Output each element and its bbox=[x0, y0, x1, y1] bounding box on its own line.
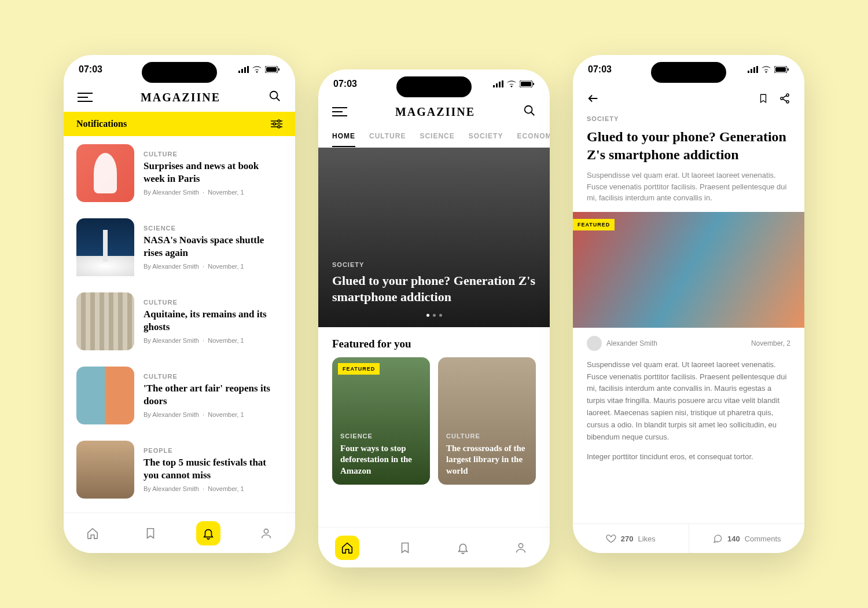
signal-icon bbox=[748, 66, 758, 73]
status-icons bbox=[748, 66, 789, 73]
article-date: November, 2 bbox=[751, 339, 790, 347]
svg-point-12 bbox=[273, 123, 275, 125]
carousel-dots[interactable] bbox=[332, 314, 536, 317]
featured-card[interactable]: FEATURED SCIENCE Four ways to stop defor… bbox=[332, 357, 430, 485]
article-paragraph: Integer porttitor tincidunt eros, et con… bbox=[573, 451, 804, 471]
tab-economy[interactable]: ECONOMY bbox=[517, 126, 550, 147]
svg-rect-22 bbox=[533, 83, 534, 85]
svg-rect-1 bbox=[241, 69, 243, 73]
notification-item[interactable]: CULTURE Surprises and news at book week … bbox=[64, 136, 295, 210]
svg-line-24 bbox=[531, 112, 535, 116]
brand-logo[interactable]: MAGAZIINE bbox=[141, 91, 220, 104]
article-image: FEATURED bbox=[573, 212, 804, 328]
nav-home[interactable] bbox=[80, 521, 105, 545]
tab-society[interactable]: SOCIETY bbox=[469, 126, 503, 147]
share-icon[interactable] bbox=[779, 92, 790, 105]
notification-title: 'The other art fair' reopens its doors bbox=[144, 382, 282, 408]
svg-rect-21 bbox=[521, 82, 531, 86]
article-lead: Suspendisse vel quam erat. Ut laoreet la… bbox=[573, 170, 804, 212]
hero-card[interactable]: SOCIETY Glued to your phone? Generation … bbox=[318, 148, 550, 327]
notification-title: NASA's Noavis space shuttle rises again bbox=[144, 234, 282, 259]
svg-rect-31 bbox=[775, 67, 786, 72]
brand-logo[interactable]: MAGAZIINE bbox=[395, 105, 475, 119]
card-title: The crossroads of the largest library in… bbox=[446, 443, 528, 477]
menu-icon[interactable] bbox=[332, 107, 347, 116]
comments-button[interactable]: 140 Comments bbox=[689, 524, 805, 553]
featured-row: FEATURED SCIENCE Four ways to stop defor… bbox=[318, 357, 550, 485]
battery-icon bbox=[265, 66, 280, 73]
tab-home[interactable]: HOME bbox=[332, 126, 355, 147]
featured-card[interactable]: CULTURE The crossroads of the largest li… bbox=[438, 357, 536, 485]
nav-notifications[interactable] bbox=[196, 521, 220, 545]
filter-icon[interactable] bbox=[271, 119, 282, 129]
bookmark-icon[interactable] bbox=[758, 92, 768, 105]
comments-label: Comments bbox=[745, 534, 781, 543]
nav-notifications[interactable] bbox=[451, 536, 475, 560]
top-bar: MAGAZIINE bbox=[318, 98, 550, 126]
comments-count: 140 bbox=[727, 534, 740, 543]
nav-home[interactable] bbox=[335, 536, 359, 560]
svg-rect-17 bbox=[496, 83, 498, 87]
category-label: CULTURE bbox=[446, 433, 528, 439]
notch bbox=[396, 76, 472, 97]
category-label: SCIENCE bbox=[340, 433, 422, 439]
likes-button[interactable]: 270 Likes bbox=[573, 524, 689, 553]
back-icon[interactable] bbox=[587, 92, 599, 105]
svg-rect-29 bbox=[756, 66, 758, 73]
author-name[interactable]: Alexander Smith bbox=[606, 339, 657, 347]
wifi-icon bbox=[252, 66, 262, 73]
svg-line-8 bbox=[277, 98, 280, 101]
nav-profile[interactable] bbox=[254, 521, 278, 545]
notification-thumbnail bbox=[76, 292, 134, 350]
menu-icon[interactable] bbox=[78, 93, 93, 102]
notification-item[interactable]: SCIENCE NASA's Noavis space shuttle rise… bbox=[64, 210, 295, 284]
svg-rect-16 bbox=[493, 85, 495, 87]
svg-point-23 bbox=[525, 106, 532, 113]
notifications-title: Notifications bbox=[76, 119, 127, 129]
nav-profile[interactable] bbox=[509, 536, 533, 560]
notification-title: Surprises and news at book week in Paris bbox=[144, 160, 282, 185]
comment-icon bbox=[712, 533, 723, 544]
likes-label: Likes bbox=[638, 534, 655, 543]
notification-item[interactable]: CULTURE Aquitaine, its remains and its g… bbox=[64, 284, 295, 358]
signal-icon bbox=[238, 66, 249, 73]
tab-culture[interactable]: CULTURE bbox=[369, 126, 406, 147]
notification-thumbnail bbox=[76, 144, 134, 202]
wifi-icon bbox=[507, 80, 516, 87]
byline: By Alexander Smith · November, 1 bbox=[144, 189, 282, 196]
notifications-body: CULTURE Surprises and news at book week … bbox=[64, 136, 295, 512]
card-title: Four ways to stop deforestation in the A… bbox=[340, 443, 422, 477]
svg-point-7 bbox=[270, 91, 278, 99]
home-body: SOCIETY Glued to your phone? Generation … bbox=[318, 148, 550, 527]
byline: By Alexander Smith · November, 1 bbox=[144, 485, 282, 492]
article-category: SOCIETY bbox=[573, 113, 804, 122]
heart-icon bbox=[606, 533, 616, 544]
byline: By Alexander Smith · November, 1 bbox=[144, 411, 282, 418]
svg-point-25 bbox=[518, 543, 523, 547]
svg-rect-27 bbox=[751, 69, 752, 73]
battery-icon bbox=[774, 66, 789, 73]
tab-science[interactable]: SCIENCE bbox=[420, 126, 454, 147]
notification-item[interactable]: PEOPLE The top 5 music festivals that yo… bbox=[64, 433, 295, 507]
search-icon[interactable] bbox=[269, 90, 281, 105]
svg-rect-0 bbox=[238, 71, 240, 73]
status-time: 07:03 bbox=[588, 64, 612, 75]
category-label: PEOPLE bbox=[144, 447, 282, 454]
notification-item[interactable]: CULTURE 'The other art fair' reopens its… bbox=[64, 358, 295, 433]
article-action-bar: 270 Likes 140 Comments bbox=[573, 523, 804, 553]
status-icons bbox=[493, 80, 535, 87]
svg-rect-3 bbox=[247, 66, 249, 73]
svg-line-37 bbox=[783, 96, 787, 98]
notch bbox=[142, 62, 217, 83]
search-icon[interactable] bbox=[523, 104, 536, 119]
bottom-nav bbox=[64, 512, 295, 553]
signal-icon bbox=[493, 80, 503, 87]
article-paragraph: Suspendisse vel quam erat. Ut laoreet la… bbox=[573, 359, 804, 452]
article-body: SOCIETY Glued to your phone? Generation … bbox=[573, 113, 804, 523]
nav-bookmarks[interactable] bbox=[138, 521, 163, 545]
nav-bookmarks[interactable] bbox=[393, 536, 417, 560]
author-avatar[interactable] bbox=[587, 336, 602, 351]
hero-category: SOCIETY bbox=[332, 261, 536, 268]
svg-rect-2 bbox=[244, 67, 246, 73]
wifi-icon bbox=[762, 66, 771, 73]
